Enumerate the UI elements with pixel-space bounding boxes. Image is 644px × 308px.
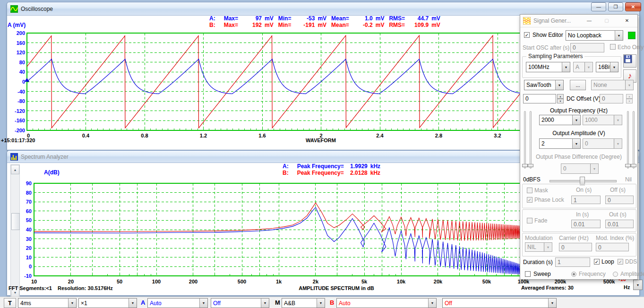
sweep-frequency-radio[interactable] bbox=[571, 272, 576, 277]
music-note-icon: ♪ bbox=[628, 71, 632, 81]
more-options-button[interactable]: ... bbox=[570, 80, 586, 90]
loop-label: Loop bbox=[601, 258, 614, 265]
sweep-checkbox[interactable] bbox=[525, 271, 531, 277]
signal-generator-title: Signal Gener... bbox=[533, 17, 571, 24]
phase-difference-value: 0 bbox=[561, 165, 590, 172]
signal-generator-titlebar[interactable]: Signal Gener... — ▢ ✕ bbox=[520, 15, 637, 27]
start-osc-input[interactable]: 0 bbox=[570, 43, 604, 52]
dropdown-arrow-icon: ▼ bbox=[590, 164, 598, 173]
generator-run-indicator[interactable] bbox=[628, 32, 635, 39]
channel-a-range-combo[interactable]: Auto ▼ bbox=[147, 298, 208, 308]
sampling-rate-combo[interactable]: 100MHz ▼ bbox=[526, 62, 570, 72]
spectrum-x-axis-title: AMPLITUDE SPECTRUM in dB bbox=[284, 285, 388, 291]
slider-handle[interactable] bbox=[522, 164, 528, 167]
dropdown-arrow-icon: ▼ bbox=[562, 62, 570, 72]
dds-checkbox[interactable]: ✓ bbox=[618, 259, 623, 265]
spectrum-vertical-scrollbar[interactable]: ▲ ▼ bbox=[10, 164, 20, 297]
amplitude-a-combo[interactable]: 2 ▼ bbox=[539, 138, 581, 149]
frequency-a-combo[interactable]: 2000 ▼ bbox=[539, 115, 581, 125]
fft-segments-label: FFT Segments:<1 bbox=[9, 285, 52, 291]
oscilloscope-title: Oscilloscope bbox=[21, 6, 53, 12]
mask-wave-combo[interactable]: None ▼ bbox=[591, 80, 634, 90]
oscilloscope-titlebar[interactable]: Oscilloscope bbox=[7, 2, 639, 16]
show-editor-checkbox[interactable]: ✓ bbox=[524, 32, 530, 38]
multiplier-value: ×1 bbox=[79, 300, 129, 307]
panel-minimize-icon[interactable]: — bbox=[584, 17, 594, 25]
duration-label: Duration (s) bbox=[523, 259, 553, 265]
dropdown-arrow-icon: ▼ bbox=[572, 115, 580, 125]
display-mode-combo[interactable]: A&B ▼ bbox=[282, 298, 325, 308]
loop-checkbox[interactable]: ✓ bbox=[594, 259, 600, 265]
dbfs-label: 0dBFS bbox=[523, 176, 541, 183]
dropdown-arrow-icon: ▼ bbox=[317, 299, 325, 308]
x-axis-unit-label: Hz bbox=[624, 284, 630, 290]
multiplier-combo[interactable]: ×1 ▼ bbox=[78, 298, 137, 308]
ellipsis-label: ... bbox=[575, 82, 580, 88]
dropdown-arrow-icon: ▼ bbox=[548, 299, 556, 308]
mod-index-input[interactable]: 0 bbox=[596, 243, 629, 251]
loopback-combo[interactable]: No Loopback ▼ bbox=[566, 30, 623, 41]
panel-close-icon[interactable]: ✕ bbox=[622, 17, 632, 25]
fade-out-input[interactable]: 0.01 bbox=[605, 220, 634, 228]
waveform-x-axis-title: WAVEFORM bbox=[292, 137, 349, 143]
save-button[interactable] bbox=[623, 54, 636, 68]
scroll-down-icon: ▼ bbox=[14, 291, 17, 294]
sampling-bits-combo[interactable]: 16Bit ▼ bbox=[596, 62, 618, 72]
slider-handle[interactable] bbox=[625, 164, 631, 167]
signal-generator-icon bbox=[523, 17, 531, 25]
dropdown-arrow-icon: ▼ bbox=[614, 115, 622, 125]
scroll-up-button[interactable]: ▲ bbox=[11, 165, 19, 174]
phase-lock-checkbox[interactable]: ✓ bbox=[527, 197, 532, 203]
sampling-channel-combo[interactable]: A ▼ bbox=[573, 62, 593, 72]
fade-label: Fade bbox=[534, 217, 547, 224]
dc-offset-b-spinner[interactable]: ▲▼ bbox=[626, 94, 633, 103]
timebase-combo[interactable]: 4ms ▼ bbox=[18, 298, 77, 308]
dropdown-arrow-icon: ▼ bbox=[584, 62, 592, 72]
floppy-disk-icon bbox=[624, 55, 632, 63]
sampling-parameters-caption: Sampling Parameters bbox=[526, 53, 584, 60]
show-editor-label: Show Editor bbox=[532, 32, 563, 38]
stats-row: A:Peak Frequency=1.9929kHz bbox=[283, 163, 380, 170]
wave-type-combo[interactable]: SawTooth ▼ bbox=[524, 80, 564, 90]
frequency-a-value: 2000 bbox=[540, 117, 572, 123]
spectrum-stats: A:Peak Frequency=1.9929kHzB:Peak Frequen… bbox=[283, 163, 380, 176]
dc-offset-a-input[interactable]: 0 bbox=[523, 94, 556, 103]
dc-offset-a-spinner[interactable]: ▲▼ bbox=[557, 94, 564, 103]
carrier-input[interactable]: 0 bbox=[559, 243, 592, 251]
signal-generator-panel: Signal Gener... — ▢ ✕ ✓ Show Editor No L… bbox=[520, 14, 638, 280]
duration-input[interactable]: 1 bbox=[555, 257, 590, 267]
trigger-mode-button[interactable]: T bbox=[4, 298, 16, 308]
modulation-type-combo[interactable]: NIL ▼ bbox=[525, 242, 552, 252]
sampling-channel-value: A bbox=[574, 64, 584, 70]
dropdown-arrow-icon: ▼ bbox=[544, 243, 552, 251]
amplitude-b-combo[interactable]: 0 ▼ bbox=[583, 138, 622, 149]
dc-offset-b-input[interactable]: 0 bbox=[600, 94, 623, 103]
channel-b-range-combo[interactable]: Auto ▼ bbox=[336, 298, 437, 308]
mask-on-input[interactable]: 1 bbox=[571, 196, 601, 204]
dropdown-arrow-icon: ▼ bbox=[129, 299, 137, 308]
mask-wave-value: None bbox=[592, 82, 625, 88]
frequency-b-value: 1000 bbox=[583, 117, 614, 123]
slider-handle[interactable] bbox=[631, 164, 636, 167]
mask-checkbox[interactable] bbox=[527, 188, 532, 193]
sweep-amplitude-radio[interactable] bbox=[613, 272, 618, 277]
channel-a-coupling-combo[interactable]: Off ▼ bbox=[211, 298, 269, 308]
panel-maximize-icon[interactable]: ▢ bbox=[601, 17, 612, 25]
fade-checkbox[interactable] bbox=[527, 218, 532, 223]
channel-b-coupling-combo[interactable]: Off ▼ bbox=[442, 298, 557, 308]
slider-handle[interactable] bbox=[528, 164, 533, 167]
phase-difference-combo[interactable]: 0 ▼ bbox=[561, 163, 599, 174]
close-button[interactable]: ✕ bbox=[625, 2, 641, 11]
channel-a-label: A bbox=[141, 299, 145, 306]
scrollbar-thumb[interactable] bbox=[11, 213, 20, 230]
spectrum-corner-dropdown[interactable]: ▼ bbox=[633, 280, 643, 290]
output-amplitude-label: Output Amplitude (V) bbox=[520, 130, 637, 137]
spectrum-icon bbox=[10, 153, 18, 161]
mask-off-input[interactable]: 0 bbox=[605, 196, 634, 204]
echo-only-checkbox[interactable] bbox=[610, 44, 616, 50]
restore-button[interactable]: ❐ bbox=[608, 2, 623, 11]
mod-index-label: Mod. Index (%) bbox=[596, 235, 634, 241]
minimize-button[interactable]: — bbox=[591, 2, 606, 11]
frequency-b-combo[interactable]: 1000 ▼ bbox=[583, 115, 622, 125]
fade-in-input[interactable]: 0.01 bbox=[571, 220, 601, 228]
